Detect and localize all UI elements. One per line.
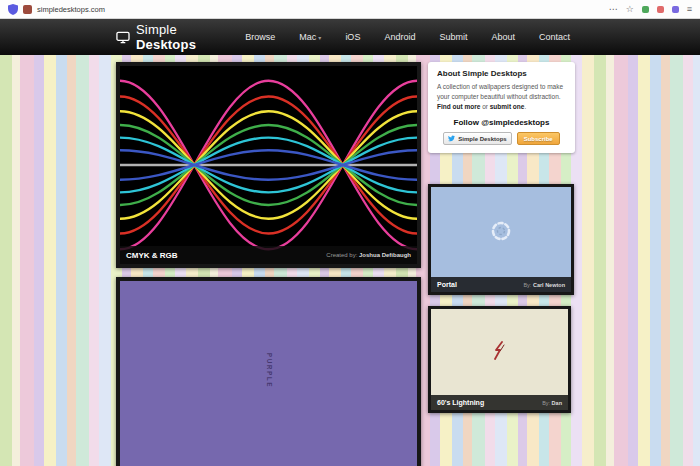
wallpaper-thumbnail-lightning[interactable]: 60's Lightning By: Dan — [428, 306, 571, 413]
extension-icon[interactable] — [672, 6, 679, 13]
twitter-follow-button[interactable]: Simple Desktops — [443, 132, 511, 145]
thumbnail-caption: Portal By: Carl Newton — [431, 277, 571, 292]
wallpaper-thumbnail-cmyk-rgb[interactable]: CMYK & RGB Created by: Joshua Defibaugh — [116, 62, 421, 268]
nav-browse[interactable]: Browse — [233, 32, 287, 42]
about-card: About Simple Desktops A collection of wa… — [428, 62, 575, 153]
more-options-icon[interactable]: ⋯ — [609, 5, 618, 14]
follow-heading: Follow @simpledesktops — [437, 118, 566, 127]
extension-icon[interactable] — [657, 6, 664, 13]
thumbnail-caption: CMYK & RGB Created by: Joshua Defibaugh — [120, 246, 417, 264]
wallpaper-thumbnail-purple[interactable]: PURPLE — [116, 277, 421, 466]
nav-submit[interactable]: Submit — [427, 32, 479, 42]
tracking-shield-icon[interactable] — [8, 4, 18, 15]
wallpaper-credit: By: Dan — [542, 400, 562, 406]
menu-icon[interactable]: ≡ — [687, 5, 692, 14]
nav-mac[interactable]: Mac▾ — [287, 32, 333, 42]
purple-watermark-text: PURPLE — [265, 353, 272, 388]
chevron-down-icon: ▾ — [318, 35, 321, 41]
extension-icon[interactable] — [642, 6, 649, 13]
find-out-more-link[interactable]: Find out more — [437, 103, 480, 110]
main-navigation: Browse Mac▾ iOS Android Submit About Con… — [233, 32, 582, 42]
about-body: A collection of wallpapers designed to m… — [437, 82, 566, 111]
lightning-bolt-icon — [492, 341, 508, 361]
thumbnail-caption: 60's Lightning By: Dan — [431, 395, 568, 410]
nav-contact[interactable]: Contact — [527, 32, 582, 42]
site-title: Simple Desktops — [136, 22, 233, 52]
wallpaper-credit: Created by: Joshua Defibaugh — [326, 252, 411, 258]
site-logo[interactable]: Simple Desktops — [116, 22, 233, 52]
twitter-widget: Simple Desktops Subscribe — [437, 132, 566, 145]
subscribe-button[interactable]: Subscribe — [517, 132, 560, 145]
submit-one-link[interactable]: submit one — [490, 103, 525, 110]
browser-address-bar[interactable]: simpledesktops.com ⋯ ☆ ≡ — [0, 0, 700, 19]
wallpaper-title: Portal — [437, 281, 457, 288]
site-header: Simple Desktops Browse Mac▾ iOS Android … — [0, 19, 700, 55]
bookmark-star-icon[interactable]: ☆ — [626, 5, 634, 14]
browser-window: simpledesktops.com ⋯ ☆ ≡ Simple Desktops… — [0, 0, 700, 466]
twitter-bird-icon — [448, 135, 455, 142]
nav-about[interactable]: About — [479, 32, 527, 42]
wave-artwork — [120, 66, 417, 264]
wallpaper-credit: By: Carl Newton — [523, 282, 565, 288]
wallpaper-title: 60's Lightning — [437, 399, 484, 406]
nav-android[interactable]: Android — [372, 32, 427, 42]
wallpaper-thumbnail-portal[interactable]: Portal By: Carl Newton — [428, 184, 574, 295]
url-text[interactable]: simpledesktops.com — [37, 5, 105, 14]
site-favicon — [23, 5, 32, 14]
portal-swirl-icon — [489, 219, 513, 243]
monitor-icon — [116, 31, 130, 44]
nav-ios[interactable]: iOS — [333, 32, 372, 42]
browser-toolbar-icons: ⋯ ☆ ≡ — [609, 5, 692, 14]
wallpaper-title: CMYK & RGB — [126, 251, 178, 260]
about-title: About Simple Desktops — [437, 69, 566, 78]
